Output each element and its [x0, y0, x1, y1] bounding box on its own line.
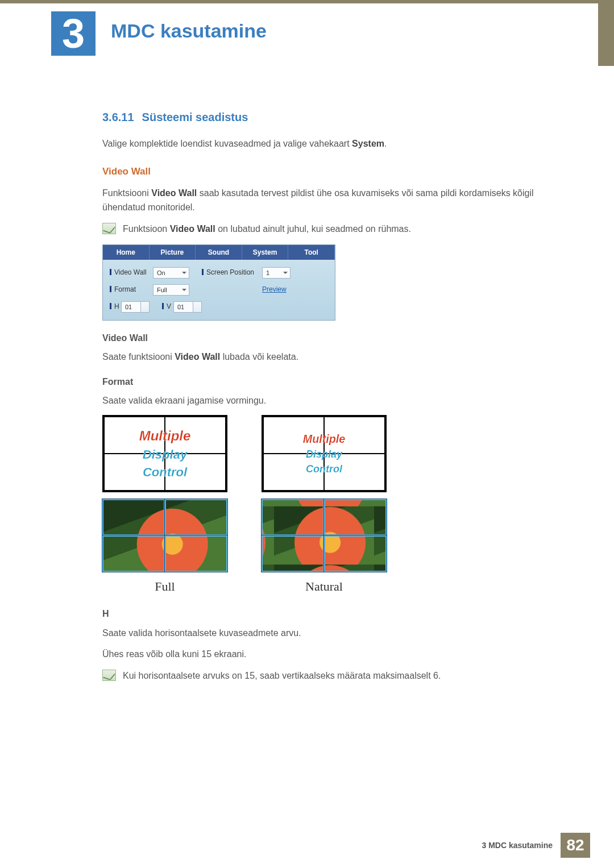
page-number-badge: 82: [561, 833, 590, 858]
section-number: 3.6.11: [102, 111, 134, 123]
chapter-title: MDC kasutamine: [111, 20, 267, 42]
spinner-v[interactable]: 01: [173, 301, 202, 313]
section-heading: 3.6.11Süsteemi seadistus: [102, 108, 551, 126]
page-footer: 3 MDC kasutamine 82: [482, 833, 590, 858]
svw-suffix: lubada või keelata.: [220, 352, 298, 362]
spinner-h-value: 01: [125, 304, 132, 310]
svw-prefix: Saate funktsiooni: [102, 352, 175, 362]
format-natural-column: Multiple Display Control Natural: [262, 415, 387, 596]
label-h: H: [107, 301, 121, 312]
vw-bold: Video Wall: [151, 188, 197, 198]
format-full-text-grid: Multiple Display Control: [102, 415, 227, 492]
section-title: Süsteemi seadistus: [142, 111, 248, 123]
footer-text: 3 MDC kasutamine: [482, 841, 553, 850]
note1-bold: Video Wall: [170, 224, 215, 234]
label-video-wall: Video Wall: [107, 267, 153, 278]
sub-h-p2: Ühes reas võib olla kuni 15 ekraani.: [102, 647, 551, 662]
format-full-image-grid: [102, 499, 227, 572]
mdc-body: Video Wall On Screen Position 1 Format F…: [103, 260, 335, 320]
label-v: V: [160, 301, 173, 312]
mdc-panel-screenshot: Home Picture Sound System Tool Video Wal…: [102, 244, 335, 321]
svw-bold: Video Wall: [175, 352, 220, 362]
overlay-n-l3: Control: [306, 460, 342, 477]
note1-prefix: Funktsioon: [123, 224, 170, 234]
sub-video-wall-text: Saate funktsiooni Video Wall lubada või …: [102, 350, 551, 364]
note-icon: [102, 670, 116, 681]
video-wall-paragraph: Funktsiooni Video Wall saab kasutada ter…: [102, 186, 551, 215]
format-natural-text-grid: Multiple Display Control: [262, 415, 387, 492]
select-screen-position[interactable]: 1: [262, 267, 291, 279]
content-area: 3.6.11Süsteemi seadistus Valige komplekt…: [102, 108, 551, 691]
sub-h-p1: Saate valida horisontaalsete kuvaseadmet…: [102, 626, 551, 641]
format-natural-image-grid: [262, 499, 387, 572]
side-accent: [598, 3, 614, 66]
select-video-wall[interactable]: On: [153, 267, 189, 279]
label-format: Format: [107, 284, 153, 295]
sub-video-wall-heading: Video Wall: [102, 331, 551, 346]
note-icon: [102, 223, 116, 234]
mdc-tabs: Home Picture Sound System Tool: [103, 245, 335, 260]
sub-h-heading: H: [102, 607, 551, 621]
spinner-v-value: 01: [177, 304, 184, 310]
label-screen-position: Screen Position: [200, 267, 262, 278]
format-full-column: Multiple Display Control Full: [102, 415, 227, 596]
sub-format-heading: Format: [102, 375, 551, 389]
video-wall-heading: Video Wall: [102, 164, 551, 179]
top-accent-bar: [0, 0, 614, 3]
chapter-number-badge: 3: [51, 11, 96, 56]
overlay-text-natural: Multiple Display Control: [274, 423, 374, 484]
overlay-n-l2: Display: [306, 446, 342, 463]
preview-link[interactable]: Preview: [262, 284, 287, 295]
vw-prefix: Funktsiooni: [102, 188, 151, 198]
tab-sound[interactable]: Sound: [196, 245, 242, 260]
tab-tool[interactable]: Tool: [288, 245, 335, 260]
tab-picture[interactable]: Picture: [150, 245, 196, 260]
sub-format-text: Saate valida ekraani jagamise vormingu.: [102, 393, 551, 408]
note-1-text: Funktsioon Video Wall on lubatud ainult …: [123, 222, 411, 236]
tab-system[interactable]: System: [242, 245, 289, 260]
note1-suffix: on lubatud ainult juhul, kui seadmed on …: [215, 224, 411, 234]
caption-full: Full: [102, 576, 227, 596]
intro-suffix: .: [384, 139, 387, 148]
select-format[interactable]: Full: [153, 284, 189, 296]
caption-natural: Natural: [262, 576, 387, 596]
tab-home[interactable]: Home: [103, 245, 150, 260]
intro-paragraph: Valige komplektide loendist kuvaseadmed …: [102, 136, 551, 151]
overlay-n-l1: Multiple: [303, 430, 345, 448]
note-1: Funktsioon Video Wall on lubatud ainult …: [102, 222, 551, 236]
note-2-text: Kui horisontaalsete arvuks on 15, saab v…: [123, 668, 441, 683]
intro-prefix: Valige komplektide loendist kuvaseadmed …: [102, 139, 352, 148]
intro-bold: System: [352, 139, 384, 148]
note-2: Kui horisontaalsete arvuks on 15, saab v…: [102, 668, 551, 683]
spinner-h[interactable]: 01: [121, 301, 150, 313]
format-comparison: Multiple Display Control Full Multiple D…: [102, 415, 551, 596]
